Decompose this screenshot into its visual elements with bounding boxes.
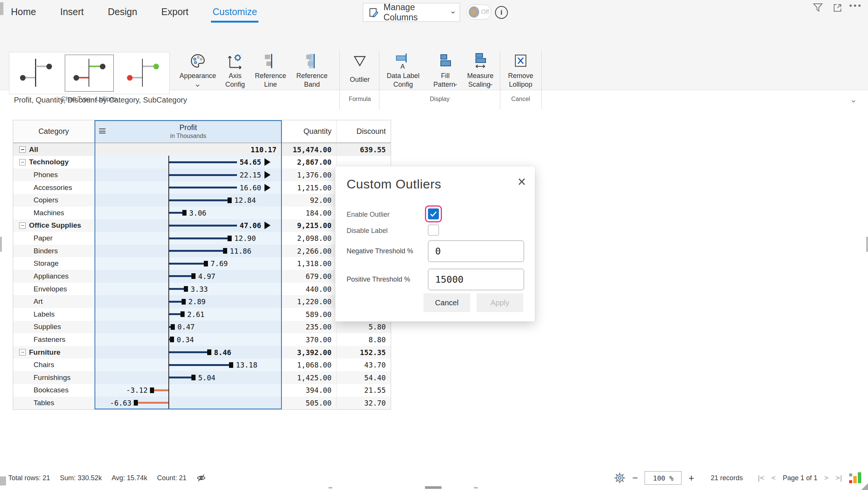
collapse-icon[interactable] (19, 159, 26, 165)
last-page-button[interactable]: >| (836, 474, 842, 482)
tab-customize[interactable]: Customize (211, 1, 258, 23)
discount-cell[interactable]: 8.80 (336, 333, 391, 346)
quantity-cell[interactable]: 1,068.00 (282, 358, 336, 371)
category-cell[interactable]: Furnishings (13, 371, 95, 384)
resize-grip[interactable] (861, 483, 868, 490)
profit-cell[interactable]: -6.63 (95, 397, 282, 409)
quantity-cell[interactable]: 2,266.00 (282, 245, 336, 257)
profit-cell[interactable]: 110.17 (95, 143, 282, 156)
ai-toggle[interactable]: Off (466, 5, 491, 20)
category-cell[interactable]: Storage (13, 257, 95, 270)
category-cell[interactable]: Tables (13, 397, 95, 409)
discount-cell[interactable]: 5.80 (336, 321, 391, 334)
quantity-cell[interactable]: 2,098.00 (282, 232, 336, 245)
ribbon-collapse-icon[interactable]: › (850, 100, 858, 103)
discount-cell[interactable]: 54.40 (336, 371, 391, 384)
category-cell[interactable]: Bookcases (13, 384, 95, 397)
column-header-quantity[interactable]: Quantity (282, 120, 336, 142)
category-cell[interactable]: Envelopes (13, 283, 95, 296)
discount-cell[interactable]: 21.55 (336, 384, 391, 397)
disable-label-checkbox[interactable] (428, 225, 439, 236)
edge-handle-right[interactable] (866, 237, 868, 252)
close-icon[interactable]: × (518, 175, 526, 189)
category-cell[interactable]: Office Supplies (13, 219, 95, 232)
table-row[interactable]: Labels2.61589.00 (13, 308, 391, 321)
profit-cell[interactable]: 13.18 (95, 358, 282, 371)
edge-handle-left[interactable] (0, 237, 2, 252)
chart-type-lollipop-plain[interactable] (12, 55, 60, 91)
quantity-cell[interactable]: 589.00 (282, 308, 336, 321)
filter-icon[interactable] (813, 3, 823, 13)
profit-cell[interactable]: 3.06 (95, 207, 282, 219)
quantity-cell[interactable]: 679.00 (282, 270, 336, 283)
quantity-cell[interactable]: 440.00 (282, 283, 336, 296)
prev-page-button[interactable]: < (772, 474, 776, 482)
profit-cell[interactable]: 47.06 (95, 219, 282, 232)
profit-cell[interactable]: 54.65 (95, 156, 282, 169)
quantity-cell[interactable]: 2,867.00 (282, 156, 336, 169)
discount-cell[interactable]: 152.35 (336, 346, 391, 359)
quantity-cell[interactable]: 394.00 (282, 384, 336, 397)
quantity-cell[interactable]: 505.00 (282, 397, 336, 409)
collapse-icon[interactable] (19, 146, 26, 153)
table-row[interactable]: Storage7.691,318.00 (13, 257, 391, 270)
profit-cell[interactable]: 22.15 (95, 168, 282, 181)
quantity-cell[interactable]: 235.00 (282, 321, 336, 334)
table-row[interactable]: Furnishings5.041,425.0054.40 (13, 371, 391, 384)
profit-cell[interactable]: 12.90 (95, 232, 282, 245)
profit-cell[interactable]: 2.61 (95, 308, 282, 321)
zoom-out-button[interactable]: − (632, 473, 638, 483)
apply-button[interactable]: Apply (477, 293, 523, 312)
table-row[interactable]: All110.1715,474.00639.55 (13, 143, 391, 156)
positive-threshold-input[interactable]: 15000 (428, 269, 524, 290)
measure-scaling-button[interactable]: Measure Scaling› (462, 51, 499, 108)
category-cell[interactable]: Technology (13, 156, 95, 169)
zoom-in-button[interactable]: + (688, 473, 694, 483)
category-cell[interactable]: Phones (13, 168, 95, 181)
table-row[interactable]: Copiers12.8492.00 (13, 194, 391, 207)
collapse-icon[interactable] (19, 349, 26, 355)
table-row[interactable]: Machines3.06184.00 (13, 207, 391, 219)
quantity-cell[interactable]: 1,215.00 (282, 181, 336, 194)
discount-cell[interactable]: 639.55 (336, 143, 391, 156)
table-row[interactable]: Technology54.652,867.00 (13, 156, 391, 169)
first-page-button[interactable]: |< (758, 474, 765, 482)
table-row[interactable]: Paper12.902,098.00 (13, 232, 391, 245)
reference-line-button[interactable]: Reference Line (252, 51, 289, 108)
axis-config-button[interactable]: Axis Config (220, 51, 251, 108)
table-row[interactable]: Furniture8.463,392.00152.35 (13, 346, 391, 359)
hamburger-icon[interactable] (99, 129, 105, 135)
category-cell[interactable]: Copiers (13, 194, 95, 207)
reference-band-button[interactable]: Reference Band (293, 51, 331, 108)
horizontal-scrollbar-thumb[interactable] (425, 486, 442, 489)
quantity-cell[interactable]: 15,474.00 (282, 143, 336, 156)
quantity-cell[interactable]: 1,425.00 (282, 371, 336, 384)
table-row[interactable]: Accessories16.601,215.00 (13, 181, 391, 194)
table-row[interactable]: Appliances4.97679.00 (13, 270, 391, 283)
table-row[interactable]: Supplies0.47235.005.80 (13, 321, 391, 334)
table-row[interactable]: Office Supplies47.069,215.00 (13, 219, 391, 232)
cancel-button[interactable]: Cancel (423, 293, 470, 312)
profit-cell[interactable]: 4.97 (95, 270, 282, 283)
profit-cell[interactable]: 7.69 (95, 257, 282, 270)
column-header-profit[interactable]: Profit in Thousands (95, 120, 282, 142)
table-row[interactable]: Bookcases-3.12394.0021.55 (13, 384, 391, 397)
table-row[interactable]: Chairs13.181,068.0043.70 (13, 358, 391, 371)
profit-cell[interactable]: 0.47 (95, 321, 282, 334)
profit-cell[interactable]: 2.89 (95, 295, 282, 308)
category-cell[interactable]: Appliances (13, 270, 95, 283)
column-header-category[interactable]: Category (13, 120, 95, 142)
more-options-icon[interactable]: ••• (849, 1, 862, 11)
tab-home[interactable]: Home (9, 1, 38, 23)
category-cell[interactable]: All (13, 143, 95, 156)
category-cell[interactable]: Paper (13, 232, 95, 245)
category-cell[interactable]: Fasteners (13, 333, 95, 346)
category-cell[interactable]: Machines (13, 207, 95, 219)
enable-outlier-checkbox[interactable] (428, 208, 439, 219)
quantity-cell[interactable]: 92.00 (282, 194, 336, 207)
discount-cell[interactable]: 32.70 (336, 397, 391, 409)
table-row[interactable]: Art2.891,220.00 (13, 295, 391, 308)
quantity-cell[interactable]: 1,376.00 (282, 168, 336, 181)
quantity-cell[interactable]: 9,215.00 (282, 219, 336, 232)
tab-design[interactable]: Design (106, 1, 139, 23)
